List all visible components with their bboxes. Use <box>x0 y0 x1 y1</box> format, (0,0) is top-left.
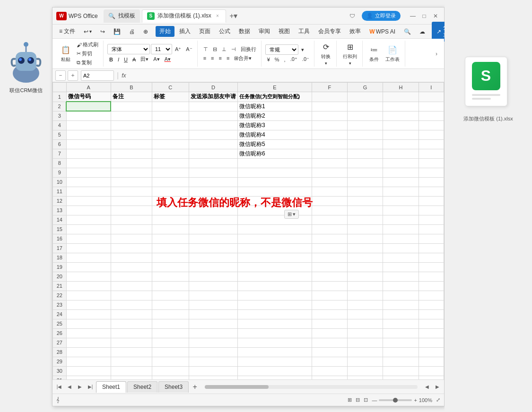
menu-item-page[interactable]: 页面 <box>195 26 214 37</box>
col-header-h[interactable]: H <box>383 83 419 92</box>
cell-h17[interactable] <box>383 243 419 253</box>
cell-h27[interactable] <box>383 338 419 347</box>
cell-e4[interactable]: 微信昵称3 <box>237 120 312 130</box>
cell-a2[interactable] <box>66 102 111 111</box>
cell-a30[interactable] <box>66 366 111 376</box>
sheet-nav-last[interactable]: ▶| <box>86 382 95 392</box>
cell-f9[interactable] <box>312 168 347 177</box>
zoom-minus-btn[interactable]: — <box>372 397 377 403</box>
menu-item-tools[interactable]: 工具 <box>295 26 314 37</box>
cell-f23[interactable] <box>312 300 347 309</box>
cell-c9[interactable] <box>152 168 189 177</box>
cell-g6[interactable] <box>347 139 383 149</box>
cell-i5[interactable] <box>419 130 444 139</box>
cell-g13[interactable] <box>347 206 383 215</box>
cell-f5[interactable] <box>312 130 347 139</box>
sheet-nav-scroll-right[interactable]: ▶ <box>433 382 442 392</box>
number-format-arrow[interactable]: ▾ <box>299 44 306 55</box>
cell-b23[interactable] <box>111 300 152 309</box>
cell-d10[interactable] <box>189 177 237 187</box>
cell-h18[interactable] <box>383 253 419 262</box>
cell-b17[interactable] <box>111 243 152 253</box>
cell-c14[interactable] <box>152 215 189 224</box>
sheet-nav-prev[interactable]: ◀ <box>65 382 74 392</box>
cell-b10[interactable] <box>111 177 152 187</box>
cell-h3[interactable] <box>383 111 419 120</box>
cell-d25[interactable] <box>189 319 237 328</box>
cell-b29[interactable] <box>111 357 152 366</box>
cell-d23[interactable] <box>189 300 237 309</box>
cell-c28[interactable] <box>152 347 189 357</box>
worksheet-btn[interactable]: 📄 工作表 <box>383 44 402 64</box>
cell-f7[interactable] <box>312 149 347 158</box>
cell-d22[interactable] <box>189 291 237 300</box>
cell-c13[interactable] <box>152 206 189 215</box>
cell-b21[interactable] <box>111 281 152 291</box>
cell-d18[interactable] <box>189 253 237 262</box>
cell-i24[interactable] <box>419 309 444 319</box>
cell-b7[interactable] <box>111 149 152 158</box>
cell-b25[interactable] <box>111 319 152 328</box>
cell-d31[interactable] <box>189 376 237 379</box>
cell-e24[interactable] <box>237 309 312 319</box>
cell-h4[interactable] <box>383 120 419 130</box>
cell-e29[interactable] <box>237 357 312 366</box>
italic-btn[interactable]: I <box>116 55 121 63</box>
cell-i31[interactable] <box>419 376 444 379</box>
cell-g28[interactable] <box>347 347 383 357</box>
menu-item-efficiency[interactable]: 效率 <box>346 26 365 37</box>
cell-c18[interactable] <box>152 253 189 262</box>
cell-h31[interactable] <box>383 376 419 379</box>
cell-i3[interactable] <box>419 111 444 120</box>
cell-i6[interactable] <box>419 139 444 149</box>
cell-a22[interactable] <box>66 291 111 300</box>
border-btn[interactable]: 田▾ <box>139 55 150 63</box>
cell-f12[interactable] <box>312 196 347 206</box>
cell-g21[interactable] <box>347 281 383 291</box>
cell-e11[interactable] <box>237 187 312 196</box>
cell-g7[interactable] <box>347 149 383 158</box>
cell-e16[interactable] <box>237 234 312 243</box>
cell-e20[interactable] <box>237 272 312 281</box>
cell-b2[interactable] <box>111 102 152 111</box>
cell-h16[interactable] <box>383 234 419 243</box>
formula-input[interactable] <box>129 70 442 81</box>
view-layout-btn[interactable]: ⊟ <box>356 397 360 403</box>
cell-e3[interactable]: 微信昵称2 <box>237 111 312 120</box>
cell-d28[interactable] <box>189 347 237 357</box>
cell-f28[interactable] <box>312 347 347 357</box>
cell-g11[interactable] <box>347 187 383 196</box>
cell-a10[interactable] <box>66 177 111 187</box>
cell-g2[interactable] <box>347 102 383 111</box>
cell-c21[interactable] <box>152 281 189 291</box>
cell-b5[interactable] <box>111 130 152 139</box>
menu-item-data[interactable]: 数据 <box>235 26 254 37</box>
menu-item-member[interactable]: 会员专享 <box>314 26 345 37</box>
cell-i20[interactable] <box>419 272 444 281</box>
menu-item-cloud[interactable]: ☁ <box>416 27 429 36</box>
cell-i19[interactable] <box>419 262 444 272</box>
cell-h28[interactable] <box>383 347 419 357</box>
cell-a31[interactable] <box>66 376 111 379</box>
wrap-btn[interactable]: 回换行 <box>239 45 258 53</box>
align-bottom-btn[interactable]: ⊥ <box>220 45 228 53</box>
cell-i17[interactable] <box>419 243 444 253</box>
col-header-a[interactable]: A <box>66 83 111 92</box>
cell-d20[interactable] <box>189 272 237 281</box>
cell-h25[interactable] <box>383 319 419 328</box>
cell-c16[interactable] <box>152 234 189 243</box>
cell-a5[interactable] <box>66 130 111 139</box>
cell-d16[interactable] <box>189 234 237 243</box>
cell-d1[interactable]: 发送添加朋友申请 <box>189 92 237 102</box>
cell-c8[interactable] <box>152 158 189 168</box>
cell-b12[interactable] <box>111 196 152 206</box>
cell-h26[interactable] <box>383 328 419 338</box>
cell-a24[interactable] <box>66 309 111 319</box>
cell-c4[interactable] <box>152 120 189 130</box>
cell-b11[interactable] <box>111 187 152 196</box>
cell-g29[interactable] <box>347 357 383 366</box>
menu-item-view[interactable]: 视图 <box>275 26 294 37</box>
cell-a17[interactable] <box>66 243 111 253</box>
cell-g18[interactable] <box>347 253 383 262</box>
zoom-slider[interactable] <box>379 399 412 401</box>
